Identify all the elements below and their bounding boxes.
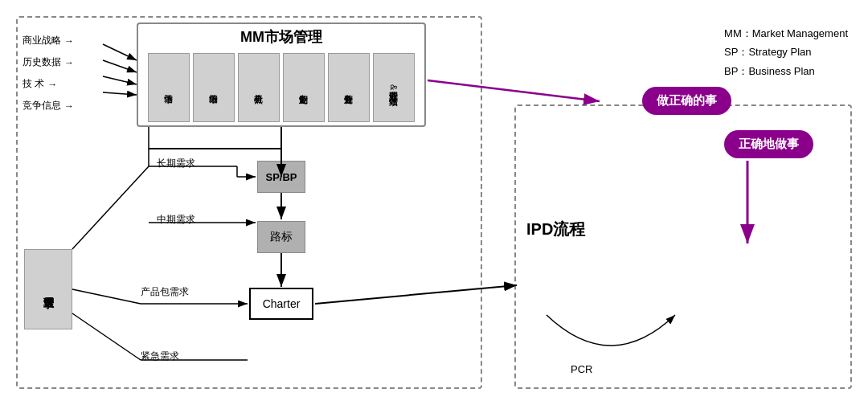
legend-sp: SP：Strategy Plan	[724, 43, 848, 61]
input-jingzheng: 竞争信息 →	[23, 99, 74, 112]
legend-mm: MM：Market Management	[724, 24, 848, 43]
mm-box-3: 机会点分析	[238, 53, 280, 122]
pcr-label: PCR	[571, 363, 592, 375]
legend: MM：Market Management SP：Strategy Plan BP…	[724, 24, 848, 80]
flow-label-long: 长期需求	[157, 157, 195, 170]
spbp-box: SP/BP	[257, 161, 305, 193]
ipd-title: IPD流程	[526, 219, 585, 240]
charter-box: Charter	[249, 288, 313, 320]
arrow-right-icon: →	[64, 35, 74, 47]
mm-title-area: MM市场管理 市场评估 市场细分 机会点分析 制定业务计划 整合业务计划 业务计…	[137, 22, 426, 127]
do-right-button: 做正确的事	[642, 87, 731, 115]
flow-label-mid: 中期需求	[157, 213, 195, 227]
do-correctly-button: 正确地做事	[724, 130, 813, 158]
main-container: MM市场管理 市场评估 市场细分 机会点分析 制定业务计划 整合业务计划 业务计…	[0, 0, 868, 405]
input-shangye: 商业战略 →	[23, 34, 74, 47]
input-items: 商业战略 → 历史数据 → 技 术 → 竞争信息 →	[23, 34, 74, 112]
arrow-right-icon: →	[64, 57, 74, 68]
arrow-right-icon: →	[64, 100, 74, 112]
xq-box: 需求管理	[24, 249, 72, 329]
arrow-right-icon: →	[47, 79, 57, 90]
mm-box-4: 制定业务计划	[283, 53, 325, 122]
flow-label-product: 产品包需求	[141, 285, 189, 299]
mm-box-1: 市场评估	[148, 53, 190, 122]
lubiao-box: 路标	[257, 221, 305, 253]
input-jishu: 技 术 →	[23, 77, 74, 91]
mm-box-6: 业务计划管理&评估绩效	[373, 53, 415, 122]
input-lishi: 历史数据 →	[23, 55, 74, 69]
mm-boxes-row: 市场评估 市场细分 机会点分析 制定业务计划 整合业务计划 业务计划管理&评估绩…	[143, 50, 420, 125]
flow-label-urgent: 紧急需求	[141, 350, 179, 363]
mm-box-5: 整合业务计划	[328, 53, 370, 122]
legend-bp: BP：Business Plan	[724, 62, 848, 80]
mm-box-2: 市场细分	[193, 53, 235, 122]
mm-title: MM市场管理	[240, 24, 322, 50]
